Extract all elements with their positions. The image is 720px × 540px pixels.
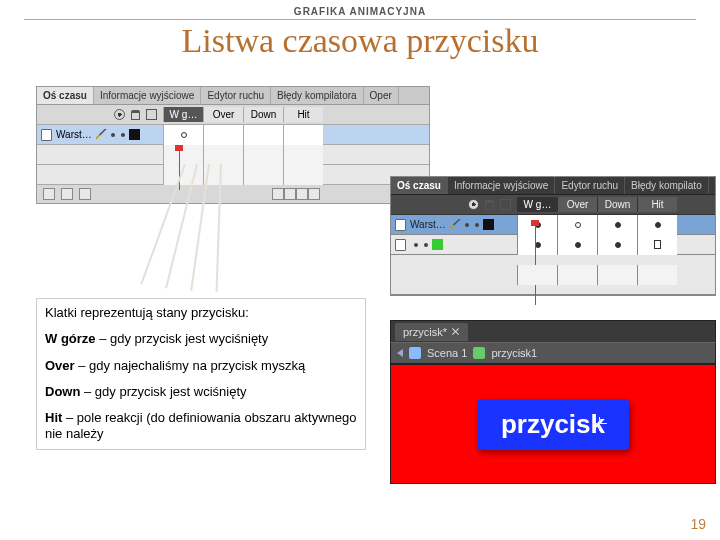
- keyframe-cell[interactable]: [557, 215, 597, 235]
- timeline-tabs: Oś czasu Informacje wyjściowe Edytor ruc…: [37, 87, 429, 105]
- down-text: – gdy przycisk jest wciśnięty: [80, 384, 246, 399]
- crumb-scene[interactable]: Scena 1: [427, 347, 467, 359]
- layer-icon: [41, 129, 52, 141]
- tab-output[interactable]: Informacje wyjściowe: [448, 177, 555, 194]
- new-layer-icon[interactable]: [43, 188, 55, 200]
- outline-icon[interactable]: [146, 109, 157, 120]
- hit-label: Hit: [45, 410, 62, 425]
- doc-tabs: przycisk*: [390, 320, 716, 342]
- frame-up[interactable]: W g…: [163, 107, 203, 122]
- blank-row: [391, 255, 715, 295]
- pencil-icon: [450, 219, 461, 230]
- pencil-icon: [96, 129, 107, 140]
- layer-row[interactable]: Warst…: [37, 125, 429, 145]
- over-text: – gdy najechaliśmy na przycisk myszką: [75, 358, 305, 373]
- foot-icon[interactable]: [308, 188, 320, 200]
- blank-row: [37, 165, 429, 185]
- tab-motion[interactable]: Edytor ruchu: [555, 177, 625, 194]
- blank-row: [37, 145, 429, 165]
- folder-icon[interactable]: [61, 188, 73, 200]
- back-icon[interactable]: [397, 349, 403, 357]
- slide-title: Listwa czasowa przycisku: [0, 22, 720, 60]
- lock-icon[interactable]: [131, 110, 140, 120]
- trash-icon[interactable]: [79, 188, 91, 200]
- doc-tab-label: przycisk*: [403, 326, 447, 338]
- stage-panel: przycisk* Scena 1 przycisk1 przycisk: [390, 320, 716, 484]
- eye-icon[interactable]: [114, 109, 125, 120]
- timeline-panel-bottom: Oś czasu Informacje wyjściowe Edytor ruc…: [390, 176, 716, 296]
- frame-up[interactable]: W g…: [517, 197, 557, 212]
- frame-over[interactable]: Over: [203, 107, 243, 122]
- eye-icon[interactable]: [468, 199, 479, 210]
- layer-row[interactable]: [391, 235, 715, 255]
- keyframe-cell[interactable]: [243, 125, 283, 145]
- doc-tab[interactable]: przycisk*: [395, 323, 468, 341]
- down-label: Down: [45, 384, 80, 399]
- caption-intro: Klatki reprezentują stany przycisku:: [45, 305, 357, 321]
- frame-down[interactable]: Down: [597, 197, 637, 212]
- clip-icon: [473, 347, 485, 359]
- caption-text: Klatki reprezentują stany przycisku: W g…: [36, 298, 366, 450]
- keyframe-cell[interactable]: [637, 215, 677, 235]
- keyframe-cell[interactable]: [597, 215, 637, 235]
- keyframe-cell[interactable]: [637, 235, 677, 255]
- color-swatch[interactable]: [129, 129, 140, 140]
- close-icon[interactable]: [451, 327, 460, 336]
- page-number: 19: [690, 516, 706, 532]
- foot-icon[interactable]: [284, 188, 296, 200]
- frame-hit[interactable]: Hit: [637, 197, 677, 212]
- tab-timeline[interactable]: Oś czasu: [391, 177, 448, 194]
- keyframe-cell[interactable]: [283, 125, 323, 145]
- tab-output[interactable]: Informacje wyjściowe: [94, 87, 201, 104]
- layer-icon: [395, 239, 406, 251]
- color-swatch[interactable]: [432, 239, 443, 250]
- outline-icon[interactable]: [500, 199, 511, 210]
- over-label: Over: [45, 358, 75, 373]
- keyframe-cell[interactable]: [517, 235, 557, 255]
- keyframe-cell[interactable]: [557, 235, 597, 255]
- lock-icon[interactable]: [485, 200, 494, 210]
- layer-name: Warst…: [410, 219, 446, 230]
- frame-hit[interactable]: Hit: [283, 107, 323, 122]
- header-rule: [24, 19, 696, 20]
- header-label: GRAFIKA ANIMACYJNA: [0, 0, 720, 17]
- button-text: przycisk: [501, 409, 605, 439]
- layer-icon: [395, 219, 406, 231]
- keyframe-cell[interactable]: [163, 125, 203, 145]
- stage[interactable]: przycisk: [390, 364, 716, 484]
- timeline-panel-top: Oś czasu Informacje wyjściowe Edytor ruc…: [36, 86, 430, 204]
- timeline-tabs: Oś czasu Informacje wyjściowe Edytor ruc…: [391, 177, 715, 195]
- foot-icon[interactable]: [272, 188, 284, 200]
- tab-errors[interactable]: Błędy kompilato: [625, 177, 709, 194]
- breadcrumb: Scena 1 przycisk1: [390, 342, 716, 364]
- timeline-header: W g… Over Down Hit: [37, 105, 429, 125]
- tab-errors[interactable]: Błędy kompilatora: [271, 87, 363, 104]
- hit-text: – pole reakcji (do definiowania obszaru …: [45, 410, 356, 441]
- color-swatch[interactable]: [483, 219, 494, 230]
- frame-down[interactable]: Down: [243, 107, 283, 122]
- tab-motion[interactable]: Edytor ruchu: [201, 87, 271, 104]
- timeline-header: W g… Over Down Hit: [391, 195, 715, 215]
- foot-icon[interactable]: [296, 188, 308, 200]
- playhead[interactable]: [179, 150, 180, 190]
- frame-over[interactable]: Over: [557, 197, 597, 212]
- registration-mark: [593, 417, 607, 431]
- up-text: – gdy przycisk jest wyciśnięty: [96, 331, 269, 346]
- tab-timeline[interactable]: Oś czasu: [37, 87, 94, 104]
- scene-icon: [409, 347, 421, 359]
- layer-name: Warst…: [56, 129, 92, 140]
- crumb-clip[interactable]: przycisk1: [491, 347, 537, 359]
- keyframe-cell[interactable]: [597, 235, 637, 255]
- up-label: W górze: [45, 331, 96, 346]
- timeline-footer: [37, 185, 429, 203]
- keyframe-cell[interactable]: [203, 125, 243, 145]
- tab-oper[interactable]: Oper: [364, 87, 399, 104]
- layer-row[interactable]: Warst…: [391, 215, 715, 235]
